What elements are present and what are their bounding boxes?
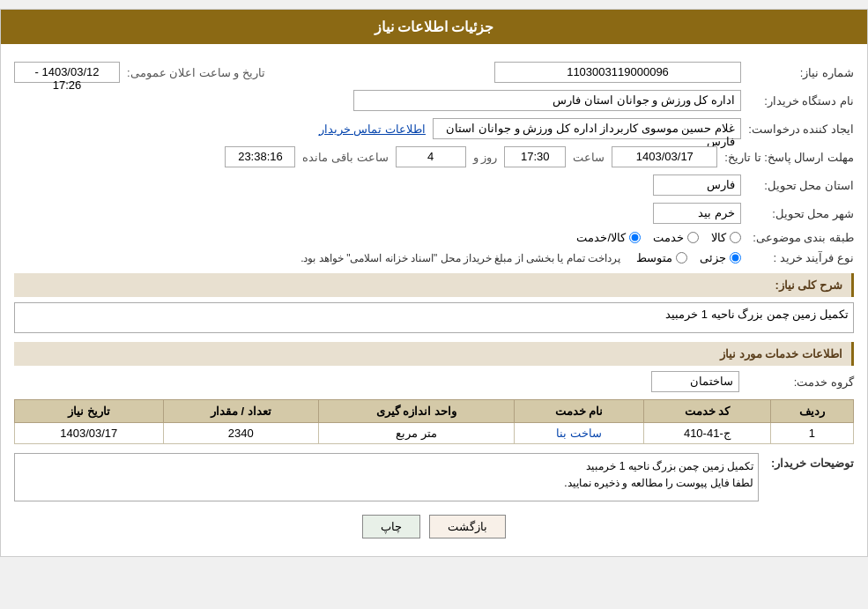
buyer-desc-value: تکمیل زمین چمن بزرگ ناحیه 1 خرمبید لطفا … bbox=[14, 453, 759, 501]
remaining-label: ساعت باقی مانده bbox=[302, 151, 388, 164]
services-info-section-title: اطلاعات خدمات مورد نیاز bbox=[14, 342, 854, 366]
deadline-label: مهلت ارسال پاسخ: تا تاریخ: bbox=[724, 151, 854, 164]
creator-value: غلام حسین موسوی کاربرداز اداره کل ورزش و… bbox=[433, 118, 741, 139]
radio-motevaset[interactable] bbox=[676, 252, 687, 264]
purchase-text: پرداخت تمام يا بخشی از مبلغ خریداز محل "… bbox=[300, 252, 620, 264]
deadline-time-label: ساعت bbox=[573, 151, 605, 164]
button-row: بازگشت چاپ bbox=[14, 515, 854, 538]
back-button[interactable]: بازگشت bbox=[429, 515, 506, 538]
buyer-desc-label: توضیحات خریدار: bbox=[766, 453, 854, 470]
province-label: استان محل تحویل: bbox=[748, 179, 854, 192]
radio-jozvi-item[interactable]: جزئی bbox=[700, 251, 741, 264]
radio-kala-khadamat-item[interactable]: کالا/خدمت bbox=[576, 231, 641, 244]
cell-unit: متر مربع bbox=[318, 423, 514, 444]
deadline-days-label: روز و bbox=[473, 151, 498, 164]
radio-kala-khadamat-label: کالا/خدمت bbox=[576, 231, 626, 244]
deadline-date: 1403/03/17 bbox=[612, 146, 717, 167]
col-unit: واحد اندازه گیری bbox=[318, 400, 514, 423]
cell-quantity: 2340 bbox=[163, 423, 318, 444]
cell-row-number: 1 bbox=[770, 423, 853, 444]
service-group-value: ساختمان bbox=[651, 371, 739, 392]
buyer-desc-line2: لطفا فایل پیوست را مطالعه و ذخیره نمایید… bbox=[19, 475, 753, 492]
cell-date: 1403/03/17 bbox=[15, 423, 164, 444]
services-table: ردیف کد خدمت نام خدمت واحد اندازه گیری ت… bbox=[14, 399, 854, 444]
radio-kala[interactable] bbox=[730, 232, 741, 243]
col-service-code: کد خدمت bbox=[644, 400, 770, 423]
deadline-days: 4 bbox=[396, 146, 466, 167]
print-button[interactable]: چاپ bbox=[362, 515, 420, 538]
radio-motevaset-label: متوسط bbox=[636, 251, 672, 264]
category-radio-group: کالا خدمت کالا/خدمت bbox=[576, 231, 741, 244]
need-number-label: شماره نیاز: bbox=[748, 66, 854, 79]
radio-khadamat-item[interactable]: خدمت bbox=[653, 231, 699, 244]
purchase-type-label: نوع فرآیند خرید : bbox=[748, 251, 854, 264]
table-row: 1 ج-41-410 ساخت بنا متر مربع 2340 1403/0… bbox=[15, 423, 854, 444]
radio-khadamat[interactable] bbox=[687, 232, 699, 243]
contact-link[interactable]: اطلاعات تماس خریدار bbox=[319, 123, 426, 136]
province-value: فارس bbox=[653, 175, 741, 196]
org-name-value: اداره کل ورزش و جوانان استان فارس bbox=[353, 90, 741, 111]
deadline-remaining: 23:38:16 bbox=[225, 146, 295, 167]
radio-motevaset-item[interactable]: متوسط bbox=[636, 251, 687, 264]
radio-jozvi-label: جزئی bbox=[700, 251, 726, 264]
page-title: جزئیات اطلاعات نیاز bbox=[1, 10, 867, 44]
col-quantity: تعداد / مقدار bbox=[163, 400, 318, 423]
category-label: طبقه بندی موضوعی: bbox=[748, 231, 854, 244]
deadline-time: 17:30 bbox=[504, 146, 566, 167]
creator-label: ایجاد کننده درخواست: bbox=[748, 123, 854, 136]
need-description-value: تکمیل زمین چمن بزرگ ناحیه 1 خرمبید bbox=[14, 302, 854, 333]
purchase-type-radio-group: جزئی متوسط bbox=[636, 251, 741, 264]
col-service-name: نام خدمت bbox=[515, 400, 644, 423]
need-description-section-title: شرح کلی نیاز: bbox=[14, 273, 854, 297]
service-group-label: گروه خدمت: bbox=[748, 375, 854, 389]
city-label: شهر محل تحویل: bbox=[748, 207, 854, 220]
services-table-section: ردیف کد خدمت نام خدمت واحد اندازه گیری ت… bbox=[14, 399, 854, 444]
announcement-date-label: تاریخ و ساعت اعلان عمومی: bbox=[127, 66, 265, 79]
cell-service-code: ج-41-410 bbox=[644, 423, 770, 444]
cell-service-name: ساخت بنا bbox=[515, 423, 644, 444]
col-row-number: ردیف bbox=[770, 400, 853, 423]
radio-khadamat-label: خدمت bbox=[653, 231, 684, 244]
radio-jozvi[interactable] bbox=[730, 252, 741, 264]
radio-kala-label: کالا bbox=[711, 231, 726, 244]
col-date: تاریخ نیاز bbox=[15, 400, 164, 423]
need-number-value: 1103003119000096 bbox=[494, 62, 741, 83]
radio-kala-khadamat[interactable] bbox=[629, 232, 641, 243]
announcement-date-value: 1403/03/12 - 17:26 bbox=[14, 62, 120, 83]
org-name-label: نام دستگاه خریدار: bbox=[748, 94, 854, 108]
radio-kala-item[interactable]: کالا bbox=[711, 231, 741, 244]
city-value: خرم بید bbox=[653, 203, 741, 224]
buyer-desc-line1: تکمیل زمین چمن بزرگ ناحیه 1 خرمبید bbox=[19, 458, 753, 475]
